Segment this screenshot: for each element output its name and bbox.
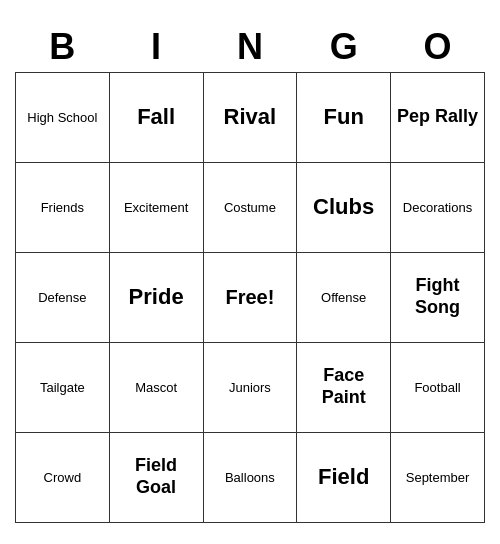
bingo-letter: B bbox=[16, 22, 110, 73]
cell-text: Friends bbox=[41, 200, 84, 215]
bingo-cell: Free! bbox=[203, 252, 297, 342]
bingo-cell: Pride bbox=[109, 252, 203, 342]
cell-text: Balloons bbox=[225, 470, 275, 485]
cell-text: Rival bbox=[224, 104, 277, 129]
cell-text: Face Paint bbox=[322, 365, 366, 407]
bingo-cell: Excitement bbox=[109, 162, 203, 252]
bingo-header: BINGO bbox=[16, 22, 485, 73]
cell-text: Fall bbox=[137, 104, 175, 129]
cell-text: Clubs bbox=[313, 194, 374, 219]
cell-text: Decorations bbox=[403, 200, 472, 215]
bingo-cell: Decorations bbox=[391, 162, 485, 252]
bingo-cell: Field Goal bbox=[109, 432, 203, 522]
bingo-letter: N bbox=[203, 22, 297, 73]
bingo-cell: Offense bbox=[297, 252, 391, 342]
cell-text: Fight Song bbox=[415, 275, 460, 317]
bingo-cell: Clubs bbox=[297, 162, 391, 252]
bingo-cell: Field bbox=[297, 432, 391, 522]
cell-text: Excitement bbox=[124, 200, 188, 215]
bingo-row: DefensePrideFree!OffenseFight Song bbox=[16, 252, 485, 342]
cell-text: Pep Rally bbox=[397, 106, 478, 126]
cell-text: Field bbox=[318, 464, 369, 489]
bingo-cell: Tailgate bbox=[16, 342, 110, 432]
bingo-cell: Face Paint bbox=[297, 342, 391, 432]
bingo-cell: Friends bbox=[16, 162, 110, 252]
bingo-row: CrowdField GoalBalloonsFieldSeptember bbox=[16, 432, 485, 522]
bingo-cell: High School bbox=[16, 72, 110, 162]
cell-text: High School bbox=[27, 110, 97, 125]
cell-text: Mascot bbox=[135, 380, 177, 395]
bingo-cell: Costume bbox=[203, 162, 297, 252]
bingo-row: FriendsExcitementCostumeClubsDecorations bbox=[16, 162, 485, 252]
cell-text: Offense bbox=[321, 290, 366, 305]
cell-text: Defense bbox=[38, 290, 86, 305]
bingo-row: High SchoolFallRivalFunPep Rally bbox=[16, 72, 485, 162]
bingo-letter: G bbox=[297, 22, 391, 73]
cell-text: September bbox=[406, 470, 470, 485]
bingo-cell: Pep Rally bbox=[391, 72, 485, 162]
bingo-letter: O bbox=[391, 22, 485, 73]
bingo-cell: Fall bbox=[109, 72, 203, 162]
cell-text: Tailgate bbox=[40, 380, 85, 395]
bingo-cell: Juniors bbox=[203, 342, 297, 432]
cell-text: Crowd bbox=[44, 470, 82, 485]
bingo-cell: Defense bbox=[16, 252, 110, 342]
bingo-row: TailgateMascotJuniorsFace PaintFootball bbox=[16, 342, 485, 432]
bingo-cell: Football bbox=[391, 342, 485, 432]
bingo-letter: I bbox=[109, 22, 203, 73]
cell-text: Field Goal bbox=[135, 455, 177, 497]
cell-text: Football bbox=[414, 380, 460, 395]
cell-text: Pride bbox=[129, 284, 184, 309]
bingo-cell: Fight Song bbox=[391, 252, 485, 342]
bingo-cell: September bbox=[391, 432, 485, 522]
bingo-card: BINGO High SchoolFallRivalFunPep RallyFr… bbox=[15, 22, 485, 523]
bingo-cell: Crowd bbox=[16, 432, 110, 522]
bingo-cell: Fun bbox=[297, 72, 391, 162]
bingo-cell: Mascot bbox=[109, 342, 203, 432]
cell-text: Free! bbox=[225, 286, 274, 308]
cell-text: Juniors bbox=[229, 380, 271, 395]
bingo-cell: Rival bbox=[203, 72, 297, 162]
cell-text: Fun bbox=[324, 104, 364, 129]
cell-text: Costume bbox=[224, 200, 276, 215]
bingo-cell: Balloons bbox=[203, 432, 297, 522]
